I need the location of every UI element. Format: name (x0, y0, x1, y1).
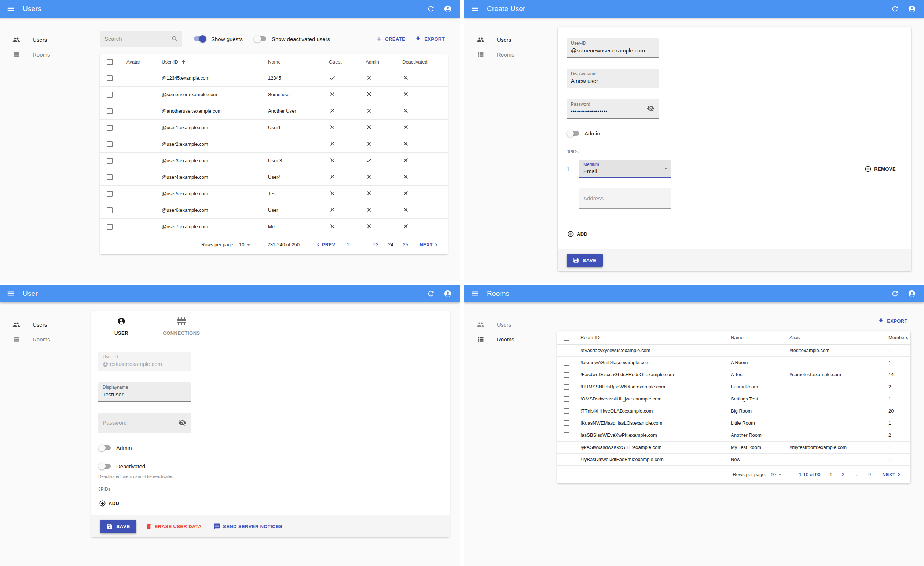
deactivated-toggle[interactable] (98, 462, 111, 470)
col-name[interactable]: Name (262, 54, 323, 70)
row-checkbox[interactable] (107, 92, 112, 98)
row-checkbox[interactable] (564, 396, 569, 402)
refresh-icon[interactable] (425, 288, 436, 299)
row-checkbox[interactable] (564, 457, 569, 462)
row-checkbox[interactable] (107, 191, 112, 197)
page-button[interactable]: 25 (403, 242, 408, 247)
row-checkbox[interactable] (107, 158, 112, 164)
row-checkbox[interactable] (564, 420, 569, 426)
account-circle-icon[interactable] (442, 3, 453, 14)
admin-toggle[interactable] (98, 444, 111, 452)
add-pid-button[interactable]: ADD (96, 498, 122, 509)
displayname-field[interactable]: Displayname Testuser (98, 382, 190, 402)
table-row[interactable]: @12345:example.com12345 (100, 70, 448, 86)
row-checkbox[interactable] (564, 432, 569, 438)
row-checkbox[interactable] (107, 224, 112, 230)
table-row[interactable]: !eVasdacvxysewus:example.com#test:exampl… (557, 344, 910, 357)
page-button[interactable]: 23 (373, 242, 378, 247)
page-button[interactable]: 9 (868, 472, 871, 477)
table-row[interactable]: @user7:example.comMe (100, 218, 448, 235)
col-members[interactable]: Members (883, 331, 910, 344)
table-row[interactable]: !TTnlslkHHweOLAD:example.comBig Room20 (557, 405, 910, 417)
next-page-button[interactable]: NEXT (880, 471, 904, 478)
user-id-field[interactable]: User-ID @somenewuser:example.com (567, 38, 659, 58)
col-alias[interactable]: Alias (784, 331, 883, 344)
col-user-id[interactable]: User-ID (156, 54, 262, 70)
erase-user-data-button[interactable]: ERASE USER DATA (142, 521, 205, 532)
sidebar-item-rooms[interactable]: Rooms (0, 332, 88, 346)
table-row[interactable]: @anotheruser:example.comAnother User (100, 103, 448, 119)
row-checkbox[interactable] (564, 348, 569, 354)
row-checkbox[interactable] (107, 125, 112, 131)
export-button[interactable]: EXPORT (874, 315, 910, 327)
account-circle-icon[interactable] (906, 3, 917, 14)
table-row[interactable]: @user3:example.comUser 3 (100, 152, 448, 169)
refresh-icon[interactable] (890, 288, 900, 299)
remove-pid-button[interactable]: REMOVE (862, 163, 899, 175)
row-checkbox[interactable] (564, 408, 569, 414)
refresh-icon[interactable] (890, 3, 900, 14)
row-checkbox[interactable] (107, 208, 112, 213)
next-page-button[interactable]: NEXT (417, 241, 442, 248)
sidebar-item-rooms[interactable]: Rooms (0, 47, 88, 62)
row-checkbox[interactable] (564, 444, 569, 450)
table-row[interactable]: @user1:example.comUser1 (100, 119, 448, 136)
table-row[interactable]: @someuser:example.comSome user (100, 86, 448, 103)
rows-per-page-select[interactable]: 10 (239, 241, 252, 248)
col-admin[interactable]: Admin (360, 54, 396, 70)
eye-off-icon[interactable] (178, 419, 186, 426)
page-button[interactable]: 2 (842, 472, 844, 477)
password-field[interactable]: Password (98, 412, 190, 433)
displayname-field[interactable]: Displayname A new user (567, 69, 659, 88)
row-checkbox[interactable] (107, 75, 112, 81)
eye-off-icon[interactable] (647, 105, 654, 112)
prev-page-button[interactable]: PREV (313, 241, 338, 248)
page-button[interactable]: 1 (346, 242, 349, 247)
add-pid-button[interactable]: ADD (564, 228, 590, 240)
sidebar-item-users[interactable]: Users (0, 317, 88, 332)
table-row[interactable]: !FasdweDssccaGLdsFRddsOl:example.comA Te… (557, 369, 910, 381)
table-row[interactable]: !lasmnwASmDllasi:example.comA Room1 (557, 357, 910, 369)
select-all-checkbox[interactable] (107, 59, 112, 65)
rows-per-page-select[interactable]: 10 (770, 471, 783, 478)
search-input[interactable]: Search (100, 31, 182, 47)
table-row[interactable]: !TyBasDmweIJdfFaeBmk:example.comNew1 (557, 453, 910, 465)
col-name[interactable]: Name (725, 331, 784, 344)
send-server-notices-button[interactable]: SEND SERVER NOTICES (210, 521, 285, 532)
table-row[interactable]: @user5:example.comTest (100, 185, 448, 202)
sidebar-item-users[interactable]: Users (464, 32, 552, 47)
admin-toggle[interactable] (567, 129, 580, 137)
row-checkbox[interactable] (564, 360, 569, 366)
password-field[interactable]: Password •••••••••••••••••• (567, 99, 659, 119)
sidebar-item-rooms[interactable]: Rooms (464, 332, 552, 346)
table-row[interactable]: !LLIMSSNHrhRjsdWNXsd:example.comFunny Ro… (557, 381, 910, 393)
address-field[interactable]: Address (579, 188, 671, 209)
save-button[interactable]: SAVE (567, 254, 603, 267)
account-circle-icon[interactable] (906, 288, 917, 299)
save-button[interactable]: SAVE (100, 520, 136, 533)
menu-icon[interactable] (5, 288, 16, 299)
table-row[interactable]: !ykAStwxasdwsKkxGILL:example.comMy Test … (557, 441, 910, 453)
row-checkbox[interactable] (107, 142, 112, 147)
show-guests-toggle[interactable] (193, 35, 206, 42)
medium-select[interactable]: Medium Email (579, 160, 671, 178)
row-checkbox[interactable] (107, 108, 112, 114)
col-room-id[interactable]: Room-ID (574, 331, 725, 344)
sidebar-item-users[interactable]: Users (464, 317, 552, 332)
col-guest[interactable]: Guest (323, 54, 360, 70)
menu-icon[interactable] (470, 288, 480, 299)
account-circle-icon[interactable] (442, 288, 453, 299)
table-row[interactable]: !KuasNWEMasdHasLOs:example.comLittle Roo… (557, 417, 910, 429)
row-checkbox[interactable] (107, 175, 112, 180)
table-row[interactable]: @user2:example.com (100, 136, 448, 152)
col-deactivated[interactable]: Deactivated (396, 54, 448, 70)
menu-icon[interactable] (5, 3, 16, 14)
select-all-checkbox[interactable] (564, 335, 569, 341)
create-button[interactable]: CREATE (372, 33, 408, 45)
table-row[interactable]: !OMSDsdweassllUUjjwe:example.comSettings… (557, 393, 910, 405)
sidebar-item-rooms[interactable]: Rooms (464, 47, 552, 62)
export-button[interactable]: EXPORT (412, 33, 448, 45)
row-checkbox[interactable] (564, 384, 569, 390)
table-row[interactable]: @user4:example.comUser4 (100, 169, 448, 185)
sidebar-item-users[interactable]: Users (0, 32, 88, 47)
